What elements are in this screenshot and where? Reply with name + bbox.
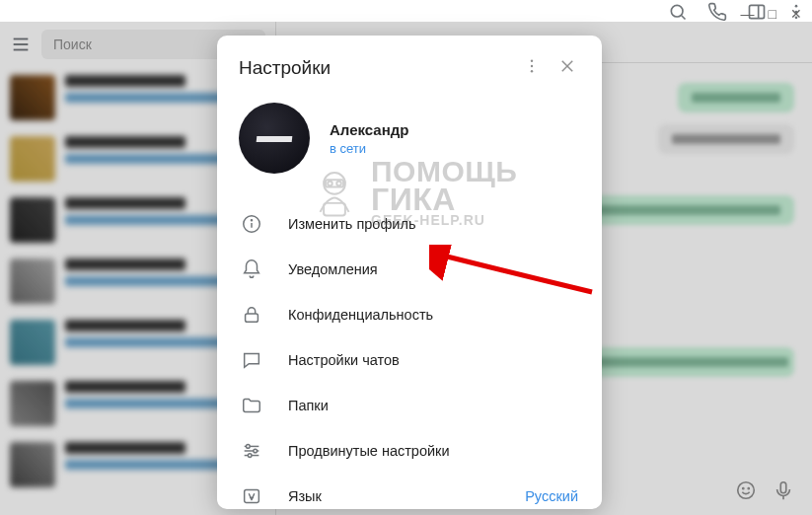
settings-label: Уведомления	[288, 261, 578, 277]
settings-label: Настройки чатов	[288, 352, 578, 368]
sliders-icon	[241, 440, 262, 462]
svg-line-4	[682, 16, 686, 20]
settings-item-advanced[interactable]: Продвинутые настройки	[217, 428, 602, 474]
language-icon	[241, 485, 262, 507]
folder-icon	[241, 395, 262, 416]
bell-icon	[241, 258, 262, 280]
svg-point-15	[531, 60, 533, 62]
settings-item-language[interactable]: Язык Русский	[217, 474, 602, 515]
svg-point-27	[247, 445, 251, 449]
modal-title: Настройки	[239, 57, 509, 79]
svg-rect-23	[246, 314, 258, 322]
settings-label: Продвинутые настройки	[288, 443, 578, 459]
window-max-icon[interactable]: □	[769, 6, 776, 22]
svg-point-17	[531, 70, 533, 72]
window-min-icon[interactable]: —	[741, 6, 755, 22]
profile-name: Александр	[330, 121, 408, 138]
chat-icon	[241, 349, 262, 371]
settings-item-privacy[interactable]: Конфиденциальность	[217, 292, 602, 337]
svg-point-28	[254, 449, 258, 453]
info-icon	[241, 213, 262, 235]
svg-point-3	[671, 5, 683, 17]
settings-label: Язык	[288, 488, 499, 504]
profile-block: Александр в сети	[217, 93, 602, 197]
close-icon[interactable]	[554, 53, 580, 83]
window-close-icon[interactable]: ✕	[790, 6, 802, 22]
settings-label: Конфиденциальность	[288, 307, 578, 323]
settings-list: Изменить профиль Уведомления Конфиденциа…	[217, 197, 602, 515]
settings-modal: Настройки Александр в сети Изменить проф…	[217, 36, 602, 509]
svg-point-22	[251, 220, 252, 221]
settings-value: Русский	[525, 488, 578, 504]
settings-item-notifications[interactable]: Уведомления	[217, 247, 602, 292]
profile-status: в сети	[330, 141, 408, 156]
svg-rect-30	[245, 490, 259, 503]
settings-label: Папки	[288, 398, 578, 413]
svg-point-16	[531, 65, 533, 67]
settings-item-folders[interactable]: Папки	[217, 383, 602, 428]
svg-point-29	[248, 454, 252, 458]
modal-header: Настройки	[217, 41, 602, 93]
settings-item-chat-settings[interactable]: Настройки чатов	[217, 337, 602, 383]
profile-avatar[interactable]	[239, 103, 310, 174]
settings-item-edit-profile[interactable]: Изменить профиль	[217, 201, 602, 247]
lock-icon	[241, 304, 262, 326]
kebab-icon[interactable]	[519, 53, 545, 83]
settings-label: Изменить профиль	[288, 216, 578, 232]
